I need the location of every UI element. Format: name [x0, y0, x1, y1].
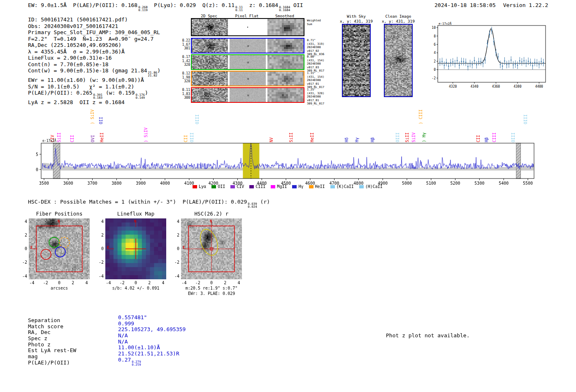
clean-image-header: Clean Image x, y: 431, 319 [376, 14, 421, 23]
svg-text:-2: -2 [432, 77, 436, 80]
fiber-id-label: 1.31"(431, 154)20240308v017_01309_RL_017 [307, 72, 337, 89]
axis-tick-label: 0 [19, 246, 27, 251]
legend-item: CIV [230, 184, 244, 189]
pixelflat-image [230, 55, 266, 69]
compass-north-label: N [134, 219, 136, 223]
full-spectrum-chart: 3500360037003800390040004100420043004400… [0, 136, 576, 190]
spec2d-cutout-grid: 2D Spec Pixel Flat Smoothed WeightedSum0… [191, 0, 339, 108]
match-summary-table: Separation0.557481"Match score0.999RA, D… [28, 318, 186, 366]
spec2d-row [191, 71, 304, 86]
lineflux-map-overlay [105, 218, 166, 279]
text-segment: 0.557481" [118, 314, 147, 320]
text-segment: 0.999 [118, 320, 134, 326]
compass-north-label: N [210, 219, 212, 223]
hsc-caption-1: m:20.5 re:1.9" s:0.7" [173, 286, 250, 290]
legend-label: OII [218, 184, 225, 189]
clean-image-title: Clean Image [376, 14, 421, 19]
legend-swatch [359, 185, 364, 188]
text-segment: EW: 9.0±1.5Å [28, 2, 73, 8]
svg-text:0: 0 [36, 167, 38, 172]
axis-tick-label: -4 [171, 274, 179, 278]
fiber-weight-label: 0.111.83300 [182, 88, 190, 100]
match-table-row: RA, Dec225.105273, 49.695359 [28, 329, 186, 336]
stacked-uncertainty: 0.0390.024 [248, 202, 257, 208]
axis-tick-label: -4 [95, 274, 104, 278]
svg-text:4: 4 [434, 51, 436, 55]
svg-text:6: 6 [434, 43, 436, 46]
axis-tick-label: 4 [19, 219, 27, 224]
axis-tick-label: 2 [171, 233, 179, 237]
text-segment: RA,Dec (225.105240,49.695206) [28, 42, 121, 48]
axis-tick-label: 2 [220, 281, 230, 285]
legend-label: Hγ [298, 184, 303, 189]
axis-tick-label: -2 [19, 260, 27, 264]
with-sky-title: With Sky [334, 14, 379, 19]
smoothed-image [267, 55, 304, 69]
text-segment: Cont(w) = 9.00(±0.15)e-18 (gmag 21.84 [28, 67, 147, 74]
text-segment: EWr = 11.00(±1.60) (w: 9.00(±0.98))Å [28, 77, 144, 83]
match-table-row: Spec zN/A [28, 336, 186, 342]
text-segment: P(LAE)/P(OII): 0.265 [28, 90, 93, 96]
legend-label: MgII [277, 184, 287, 189]
info-line: LineFlux = 2.90(±0.31)e-16 [28, 55, 160, 61]
spec2d-row [191, 87, 304, 103]
version-label: Version 1.22.2 [503, 2, 548, 8]
fiber-id-label: 0.71"(431, 319)20240308v017_02309_RL_036 [307, 39, 337, 56]
axis-tick-label: -2 [193, 281, 203, 285]
legend-label: Lyα [199, 184, 206, 189]
match-field-value: 0.270.2790.259 [118, 357, 141, 363]
stacked-uncertainty: 0.2680.119 [138, 6, 148, 12]
axis-tick-label: 2 [68, 281, 78, 285]
pixelflat-image [230, 39, 266, 53]
info-line: Cont(n) = 7.70(±0.85)e-18 [28, 61, 160, 68]
svg-text:4380: 4380 [513, 85, 521, 88]
photz-note: Phot z plot not available. [386, 332, 470, 339]
spec2d-row [191, 18, 304, 36]
spec2d-image [192, 39, 228, 53]
lineflux-map-title: Lineflux Map [105, 211, 166, 217]
axis-tick-label: 0 [207, 281, 216, 285]
text-segment: 225.105273, 49.695359 [118, 326, 186, 332]
legend-label: CIII [255, 184, 265, 189]
text-segment: ID: 5001617421 (5001617421.pdf) [28, 16, 128, 23]
fiber-xlabel: arcsecs [29, 286, 90, 290]
match-field-value: 0.557481" [118, 315, 147, 321]
info-line: Obs: 20240308v017_5001617421 [28, 23, 160, 30]
spec2d-image [192, 72, 228, 86]
match-field-label: Match score [28, 324, 118, 330]
info-line: λ = 4355.45Å σ = 2.99(±0.36)Å [28, 49, 160, 55]
legend-item: MgII [271, 184, 287, 189]
compass-east-label: E [107, 246, 109, 250]
text-segment: ) [157, 67, 160, 74]
axis-tick-label: -2 [171, 260, 179, 264]
spec2d-image [192, 88, 228, 102]
text-segment: S/N = 10.1(±0.5) χ² = 1.1(±0.2) [28, 84, 134, 90]
svg-text:8: 8 [434, 35, 436, 38]
svg-text:4360: 4360 [492, 85, 500, 88]
legend-swatch [309, 185, 314, 188]
text-segment: F=2.2" T=0.149 N̄=1.23 A=0.90̄ g=24.7 [28, 36, 153, 42]
axis-tick-label: 2 [19, 233, 27, 237]
text-segment: λ = 4355.45Å σ = 2.99(±0.36)Å [28, 49, 125, 55]
timestamp: 2024-10-18 18:58:05 [434, 2, 496, 8]
legend-swatch [211, 185, 216, 188]
legend-swatch [271, 185, 275, 188]
legend-label: CIV [237, 184, 244, 189]
text-segment: HSC-DEX : Possible Matches = 1 (within +… [28, 199, 247, 205]
svg-text:e-17x2Å: e-17x2Å [439, 22, 452, 26]
text-segment: N/A [118, 332, 128, 339]
compass-east-label: E [30, 246, 33, 250]
legend-label: HeII [315, 184, 325, 189]
emission-line-label: OIII [195, 114, 200, 124]
spec2d-row [191, 54, 304, 70]
legend-swatch [230, 185, 235, 188]
legend-item: Lyα [193, 184, 206, 189]
spec2d-row [191, 38, 304, 53]
svg-text:2: 2 [434, 60, 436, 63]
lineflux-caption: s/b: 4.02 +/- 0.091 [102, 286, 170, 290]
hsc-caption-2: EWr: 3. PLAE: 0.029 [173, 291, 250, 296]
emission-line-label: ) CIII [418, 109, 423, 124]
match-field-value: 225.105273, 49.695359 [118, 327, 186, 333]
axis-tick-label: 4 [158, 281, 168, 285]
hsc-cutout-overlay [181, 218, 242, 279]
